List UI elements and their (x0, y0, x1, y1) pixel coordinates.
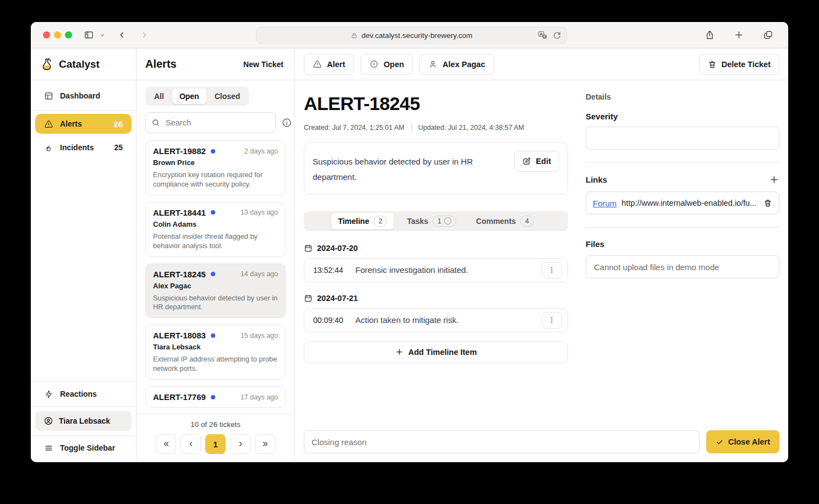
share-icon[interactable] (701, 30, 719, 40)
timeline-count-badge: 2 (374, 216, 387, 227)
new-tab-icon[interactable] (730, 30, 748, 40)
check-icon (716, 438, 724, 446)
delete-ticket-button[interactable]: Delete Ticket (699, 54, 779, 75)
alert-triangle-icon (44, 119, 53, 129)
ticket-type-button[interactable]: Alert (304, 54, 354, 75)
prev-page-button[interactable] (181, 434, 201, 454)
alert-age: 13 days ago (241, 209, 278, 216)
dashboard-icon (44, 91, 53, 101)
sidebar-item-dashboard[interactable]: Dashboard (31, 85, 136, 107)
files-upload-disabled: Cannot upload files in demo mode (586, 255, 779, 278)
sidebar-item-reactions[interactable]: Reactions (31, 382, 136, 406)
alert-card[interactable]: ALERT-19882 2 days ago Brown Price Encry… (145, 140, 286, 195)
add-link-button[interactable] (769, 174, 779, 185)
alert-card[interactable]: ALERT-18441 13 days ago Colin Adams Pote… (145, 202, 286, 257)
alert-age: 14 days ago (241, 270, 278, 278)
edit-description-button[interactable]: Edit (514, 151, 559, 172)
search-icon (151, 118, 160, 127)
tab-open[interactable]: Open (172, 89, 206, 104)
edit-icon (522, 157, 531, 166)
sidebar-item-alerts[interactable]: Alerts 26 (35, 114, 132, 134)
current-user-button[interactable]: Tiara Lebsack (35, 411, 132, 431)
sidebar-item-label: Dashboard (60, 91, 100, 100)
first-page-button[interactable] (156, 434, 176, 454)
divider (31, 110, 136, 111)
links-heading: Links (586, 175, 607, 184)
minimize-window-button[interactable] (54, 31, 61, 39)
translate-icon[interactable] (538, 30, 548, 40)
severity-input[interactable] (586, 127, 779, 150)
alert-age: 15 days ago (241, 332, 278, 339)
alert-id: ALERT-18083 (153, 331, 206, 340)
close-alert-bar: Close Alert (295, 426, 788, 462)
tab-comments[interactable]: Comments 4 (469, 213, 540, 229)
add-timeline-item-button[interactable]: Add Timeline Item (304, 341, 568, 363)
ticket-meta: Created: Jul 7, 2024, 1:25:01 AM Updated… (304, 123, 568, 132)
divider (586, 162, 779, 163)
alert-triangle-icon (313, 59, 322, 69)
kebab-icon (548, 316, 556, 324)
reload-icon[interactable] (553, 31, 561, 40)
next-page-button[interactable] (230, 434, 250, 454)
comments-count-badge: 4 (520, 216, 534, 227)
link-url: http://www.internalweb-enabled.io/fu... (621, 199, 758, 207)
tab-closed[interactable]: Closed (208, 89, 248, 104)
user-icon (428, 59, 438, 69)
divider (586, 227, 779, 228)
sidebar-nav: Dashboard Alerts 26 Incidents 25 (31, 80, 136, 158)
link-item: Forum http://www.internalweb-enabled.io/… (586, 191, 779, 215)
unread-dot (211, 395, 215, 399)
delete-link-button[interactable] (763, 199, 772, 207)
alert-card-selected[interactable]: ALERT-18245 14 days ago Alex Pagac Suspi… (145, 264, 286, 319)
close-alert-button[interactable]: Close Alert (706, 430, 779, 453)
calendar-icon (304, 294, 313, 303)
link-forum[interactable]: Forum (593, 199, 616, 208)
zoom-window-button[interactable] (65, 31, 72, 39)
alert-card[interactable]: ALERT-18083 15 days ago Tiara Lebsack Ex… (145, 325, 286, 380)
severity-label: Severity (586, 112, 779, 121)
calendar-icon (304, 244, 313, 253)
info-icon[interactable] (281, 117, 292, 128)
panel-title: Alerts (145, 58, 177, 70)
alerts-list: ALERT-19882 2 days ago Brown Price Encry… (136, 140, 294, 414)
address-bar[interactable]: dev.catalyst.security-brewery.com (256, 27, 567, 43)
entry-time: 00:09:40 (313, 316, 343, 325)
toggle-sidebar-button[interactable]: Toggle Sidebar (31, 436, 136, 460)
divider (411, 123, 412, 132)
alert-card[interactable]: ALERT-17769 17 days ago (145, 386, 286, 408)
entry-time: 13:52:44 (313, 266, 343, 275)
forward-button[interactable] (136, 30, 153, 40)
lock-icon (351, 32, 358, 39)
flame-icon (44, 143, 53, 152)
sidebar-item-label: Toggle Sidebar (60, 443, 115, 452)
alert-id: ALERT-19882 (153, 146, 206, 156)
tasks-count-badge: 1 (433, 216, 456, 227)
sidebar-item-label: Incidents (60, 143, 94, 152)
new-ticket-button[interactable]: New Ticket (241, 57, 286, 72)
details-heading: Details (586, 92, 779, 101)
brand: Catalyst (31, 48, 136, 80)
last-page-button[interactable] (255, 434, 275, 454)
tab-timeline[interactable]: Timeline 2 (331, 213, 394, 229)
entry-menu-button[interactable] (542, 262, 562, 278)
ticket-status-button[interactable]: Open (361, 54, 413, 75)
close-window-button[interactable] (43, 31, 50, 39)
closing-reason-input[interactable] (304, 430, 700, 453)
divider (31, 406, 136, 407)
search-box (145, 112, 276, 133)
tab-all[interactable]: All (147, 89, 171, 104)
sidebar-item-label: Reactions (60, 390, 97, 398)
trash-icon (763, 199, 772, 207)
page-1-button[interactable]: 1 (205, 434, 226, 454)
alert-summary: Suspicious behavior detected by user in … (153, 294, 278, 313)
tab-tasks[interactable]: Tasks 1 (400, 213, 462, 229)
ticket-assignee-button[interactable]: Alex Pagac (419, 54, 494, 75)
tab-overview-icon[interactable] (759, 30, 777, 40)
back-button[interactable] (113, 30, 130, 40)
sidebar-item-incidents[interactable]: Incidents 25 (31, 136, 136, 158)
entry-menu-button[interactable] (542, 312, 562, 328)
alert-id: ALERT-18441 (153, 208, 206, 217)
chevron-down-icon[interactable] (98, 32, 107, 39)
browser-sidebar-icon[interactable] (80, 30, 98, 40)
search-input[interactable] (165, 118, 270, 128)
